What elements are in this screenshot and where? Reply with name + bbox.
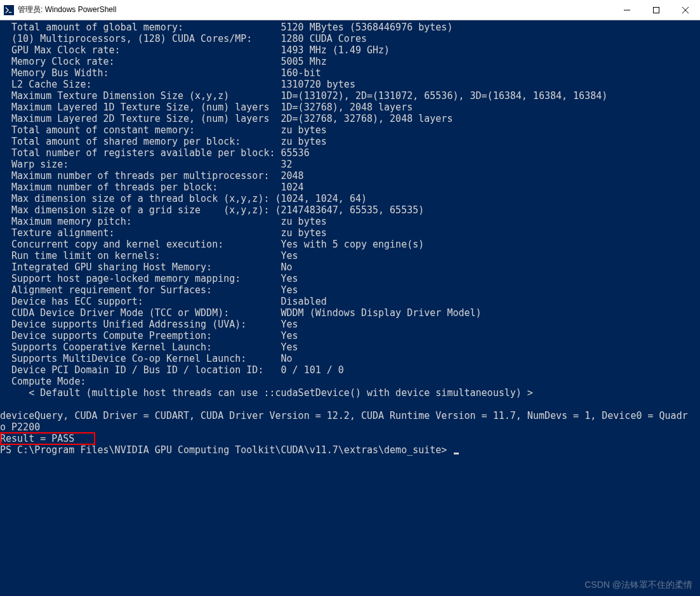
svg-rect-1 (654, 7, 659, 13)
terminal-line: Support host page-locked memory mapping:… (0, 273, 700, 284)
terminal-line: Compute Mode: (0, 376, 700, 387)
terminal-line: (10) Multiprocessors, (128) CUDA Cores/M… (0, 33, 700, 44)
terminal-line: Device has ECC support: Disabled (0, 296, 700, 307)
terminal-line: L2 Cache Size: 1310720 bytes (0, 79, 700, 90)
terminal-line: Alignment requirement for Surfaces: Yes (0, 284, 700, 296)
terminal-line: Maximum Layered 2D Texture Size, (num) l… (0, 113, 700, 124)
terminal-line: Max dimension size of a thread block (x,… (0, 193, 700, 204)
terminal-line: Warp size: 32 (0, 159, 700, 170)
maximize-button[interactable] (642, 0, 671, 20)
terminal-line: Supports Cooperative Kernel Launch: Yes (0, 341, 700, 353)
minimize-button[interactable] (612, 0, 642, 20)
terminal-line: o P2200 (0, 421, 700, 433)
terminal-line: Total amount of constant memory: zu byte… (0, 124, 700, 136)
terminal-line: Maximum number of threads per block: 102… (0, 182, 700, 193)
terminal-line: Total amount of global memory: 5120 MByt… (0, 22, 700, 33)
terminal-line: Concurrent copy and kernel execution: Ye… (0, 239, 700, 250)
terminal-line: Maximum memory pitch: zu bytes (0, 216, 700, 227)
terminal-line: deviceQuery, CUDA Driver = CUDART, CUDA … (0, 410, 700, 421)
terminal-output: Total amount of global memory: 5120 MByt… (0, 22, 700, 444)
terminal-line: CUDA Device Driver Mode (TCC or WDDM): W… (0, 307, 700, 319)
window-controls (612, 0, 700, 20)
terminal-line: < Default (multiple host threads can use… (0, 387, 700, 399)
terminal-line: Memory Clock rate: 5005 Mhz (0, 56, 700, 67)
window-titlebar: 管理员: Windows PowerShell (0, 0, 700, 20)
terminal-line: Memory Bus Width: 160-bit (0, 67, 700, 79)
terminal-line: Max dimension size of a grid size (x,y,z… (0, 204, 700, 216)
powershell-icon (4, 5, 14, 15)
terminal-line: Device supports Unified Addressing (UVA)… (0, 319, 700, 330)
watermark-text: CSDN @法钵罩不住的柔情 (584, 579, 692, 591)
terminal-line: Total number of registers available per … (0, 147, 700, 159)
terminal-line: Device PCI Domain ID / Bus ID / location… (0, 364, 700, 376)
window-title: 管理员: Windows PowerShell (18, 4, 612, 15)
terminal-line: Total amount of shared memory per block:… (0, 136, 700, 147)
terminal-line: Maximum Texture Dimension Size (x,y,z) 1… (0, 90, 700, 102)
terminal-line: Result = PASS (0, 433, 700, 444)
prompt-text: PS C:\Program Files\NVIDIA GPU Computing… (0, 444, 452, 456)
terminal-line: Texture alignment: zu bytes (0, 227, 700, 239)
terminal-line (0, 399, 700, 410)
terminal-line: Integrated GPU sharing Host Memory: No (0, 262, 700, 273)
terminal-line: Supports MultiDevice Co-op Kernel Launch… (0, 353, 700, 364)
cursor (454, 453, 459, 454)
terminal-line: Device supports Compute Preemption: Yes (0, 330, 700, 341)
terminal-line: Run time limit on kernels: Yes (0, 250, 700, 262)
prompt-line[interactable]: PS C:\Program Files\NVIDIA GPU Computing… (0, 444, 700, 456)
terminal-line: Maximum Layered 1D Texture Size, (num) l… (0, 102, 700, 113)
terminal-line: Maximum number of threads per multiproce… (0, 170, 700, 182)
terminal-line: GPU Max Clock rate: 1493 MHz (1.49 GHz) (0, 44, 700, 56)
terminal-viewport[interactable]: Total amount of global memory: 5120 MByt… (0, 20, 700, 596)
close-button[interactable] (671, 0, 700, 20)
